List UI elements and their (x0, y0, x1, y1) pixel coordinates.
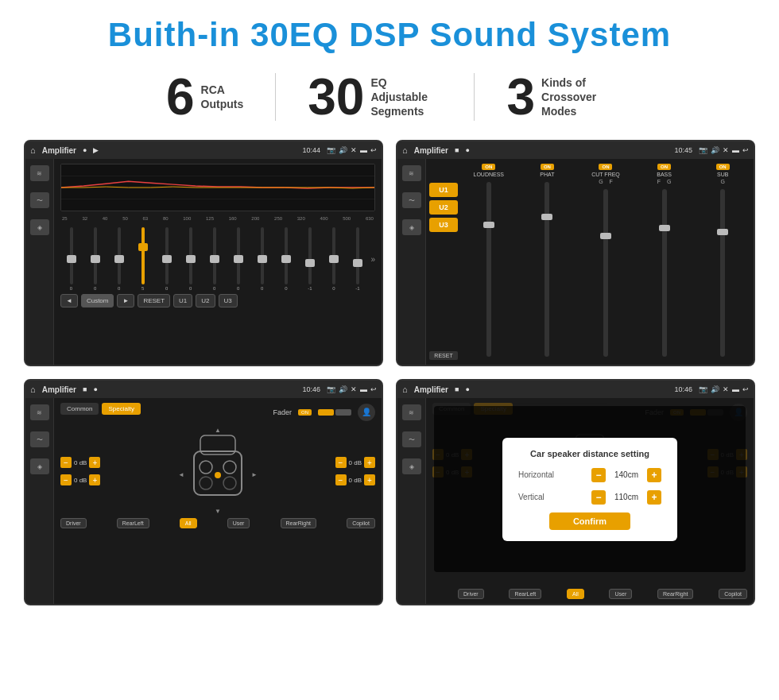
fader-tab-specialty[interactable]: Specialty (102, 403, 140, 415)
eq-u3-btn[interactable]: U3 (219, 294, 238, 307)
fader-db-plus-2[interactable]: + (89, 474, 100, 485)
distance-home-icon[interactable]: ⌂ (402, 385, 408, 394)
distance-user-btn[interactable]: User (609, 589, 632, 599)
stat-rca-label: RCAOutputs (201, 83, 244, 111)
dialog-horizontal-plus[interactable]: + (647, 468, 661, 482)
crossover-home-icon[interactable]: ⌂ (402, 145, 408, 155)
fader-tab-common[interactable]: Common (60, 403, 99, 415)
cutfreq-slider[interactable] (603, 189, 608, 357)
fader-db-minus-4[interactable]: − (335, 474, 347, 485)
eq-slider-4[interactable]: 5 (132, 227, 153, 291)
eq-slider-9[interactable]: 0 (251, 227, 273, 291)
eq-back-icon[interactable]: ↩ (370, 146, 377, 154)
fader-settings-icon[interactable]: 👤 (358, 404, 375, 421)
channel-loudness: ON LOUDNESS (461, 164, 517, 360)
eq-u2-btn[interactable]: U2 (196, 294, 215, 307)
page-wrapper: Buith-in 30EQ DSP Sound System 6 RCAOutp… (0, 0, 779, 621)
crossover-back-icon[interactable]: ↩ (742, 146, 749, 154)
loudness-label: LOUDNESS (474, 172, 505, 177)
distance-x-icon: ✕ (723, 385, 729, 393)
car-diagram: ▼ ▲ ◄ ► (107, 427, 328, 515)
fader-time: 10:46 (302, 385, 320, 393)
eq-slider-3[interactable]: 0 (108, 227, 130, 291)
fader-back-icon[interactable]: ↩ (370, 385, 377, 393)
crossover-sidebar-wave-icon[interactable]: 〜 (402, 192, 421, 208)
eq-graph (60, 164, 375, 211)
fader-db-plus-4[interactable]: + (364, 474, 375, 485)
eq-reset-btn[interactable]: RESET (138, 294, 170, 307)
eq-slider-7[interactable]: 0 (203, 227, 225, 291)
fader-copilot-btn[interactable]: Copilot (347, 518, 375, 528)
eq-slider-1[interactable]: 0 (60, 227, 82, 291)
eq-slider-8[interactable]: 0 (227, 227, 249, 291)
eq-sidebar-wave-icon[interactable]: 〜 (30, 192, 49, 208)
cutfreq-on-badge[interactable]: ON (599, 164, 612, 170)
eq-home-icon[interactable]: ⌂ (30, 145, 36, 155)
distance-sidebar-speaker-icon[interactable]: ◈ (402, 458, 421, 474)
distance-back-icon[interactable]: ↩ (742, 385, 749, 393)
distance-rearright-btn[interactable]: RearRight (657, 589, 694, 599)
fader-db-plus-1[interactable]: + (89, 457, 100, 468)
fader-driver-btn[interactable]: Driver (60, 518, 87, 528)
bass-on-badge[interactable]: ON (657, 164, 671, 170)
crossover-camera-icon: 📷 (699, 146, 707, 154)
eq-next-btn[interactable]: ► (117, 294, 134, 307)
fader-db-plus-3[interactable]: + (364, 457, 375, 468)
main-title: Buith-in 30EQ DSP Sound System (24, 16, 755, 54)
fader-db-minus-2[interactable]: − (60, 474, 72, 485)
eq-slider-5[interactable]: 0 (156, 227, 177, 291)
crossover-sidebar-speaker-icon[interactable]: ◈ (402, 219, 421, 235)
dialog-horizontal-minus[interactable]: − (591, 468, 606, 482)
bass-slider[interactable] (662, 189, 667, 357)
eq-slider-6[interactable]: 0 (180, 227, 201, 291)
crossover-u-buttons: U1 U2 U3 RESET (429, 164, 458, 360)
distance-copilot-btn[interactable]: Copilot (719, 589, 747, 599)
fader-tabs: Common Specialty (60, 403, 141, 415)
eq-slider-10[interactable]: 0 (275, 227, 296, 291)
distance-all-btn[interactable]: All (567, 589, 584, 599)
crossover-u2-btn[interactable]: U2 (429, 200, 458, 215)
eq-u1-btn[interactable]: U1 (173, 294, 192, 307)
fader-user-btn[interactable]: User (227, 518, 250, 528)
sub-slider[interactable] (720, 189, 725, 357)
fader-sidebar-wave-icon[interactable]: 〜 (30, 431, 49, 447)
fader-rearright-btn[interactable]: RearRight (281, 518, 317, 528)
eq-slider-2[interactable]: 0 (84, 227, 106, 291)
eq-sidebar-speaker-icon[interactable]: ◈ (30, 219, 49, 235)
eq-sidebar-eq-icon[interactable]: ≋ (30, 165, 49, 181)
fader-rearleft-btn[interactable]: RearLeft (117, 518, 149, 528)
fader-home-icon[interactable]: ⌂ (30, 385, 36, 394)
eq-play-icon: ▶ (93, 146, 99, 154)
eq-custom-btn[interactable]: Custom (81, 294, 114, 307)
dialog-vertical-plus[interactable]: + (647, 490, 661, 505)
phat-slider[interactable] (545, 182, 549, 357)
fader-db-minus-3[interactable]: − (335, 457, 347, 468)
eq-content: ≋ 〜 ◈ (25, 159, 382, 365)
fader-db-minus-1[interactable]: − (60, 457, 72, 468)
crossover-reset-btn[interactable]: RESET (429, 351, 458, 360)
crossover-u1-btn[interactable]: U1 (429, 183, 458, 197)
fader-sidebar-speaker-icon[interactable]: ◈ (30, 458, 49, 474)
dialog-confirm-button[interactable]: Confirm (549, 512, 630, 530)
distance-sidebar-eq-icon[interactable]: ≋ (402, 404, 421, 420)
fader-sidebar-eq-icon[interactable]: ≋ (30, 404, 49, 420)
eq-slider-12[interactable]: 0 (323, 227, 344, 291)
distance-rearleft-btn[interactable]: RearLeft (509, 589, 541, 599)
fader-on-badge[interactable]: ON (298, 409, 312, 416)
eq-slider-11[interactable]: -1 (299, 227, 320, 291)
crossover-u3-btn[interactable]: U3 (429, 218, 458, 232)
distance-driver-btn[interactable]: Driver (458, 589, 484, 599)
svg-point-6 (200, 461, 212, 474)
crossover-sidebar-eq-icon[interactable]: ≋ (402, 165, 421, 181)
loudness-slider[interactable] (486, 182, 491, 357)
crossover-topbar: ⌂ Amplifier ■ ● 10:45 📷 🔊 ✕ ▬ ↩ (397, 141, 754, 159)
phat-on-badge[interactable]: ON (541, 164, 554, 170)
eq-prev-btn[interactable]: ◄ (60, 294, 78, 307)
eq-slider-13[interactable]: -1 (347, 227, 368, 291)
distance-sidebar-wave-icon[interactable]: 〜 (402, 431, 421, 447)
eq-sidebar: ≋ 〜 ◈ (25, 159, 54, 365)
loudness-on-badge[interactable]: ON (482, 164, 495, 170)
fader-all-btn[interactable]: All (180, 518, 197, 528)
dialog-vertical-minus[interactable]: − (591, 490, 606, 505)
sub-on-badge[interactable]: ON (716, 164, 730, 170)
